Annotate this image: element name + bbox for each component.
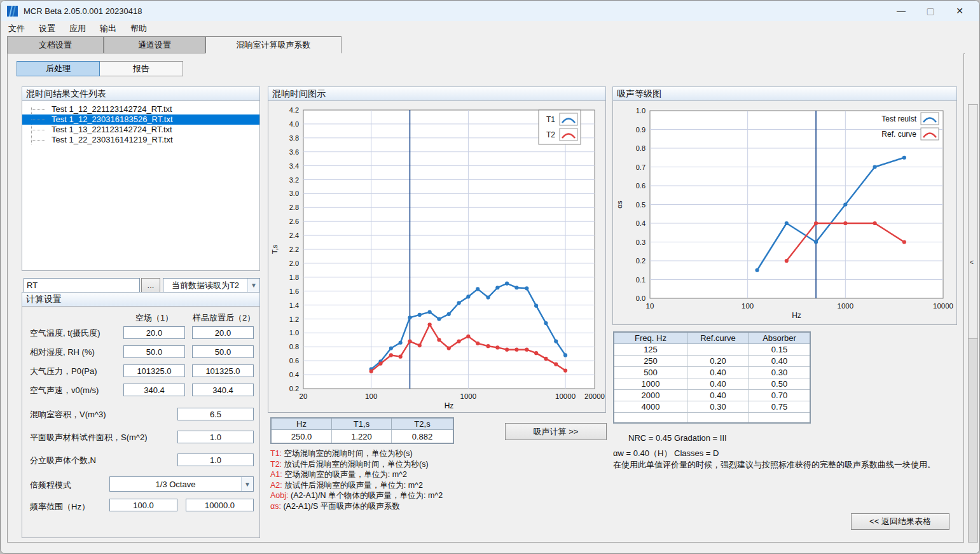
svg-text:T1: T1 bbox=[546, 115, 555, 124]
grade-table: Freq. HzRef.curveAbsorber1250.152500.200… bbox=[613, 331, 811, 424]
rt-chart-frame: 0.20.40.60.81.01.21.41.61.82.02.22.42.62… bbox=[268, 100, 606, 413]
list-item[interactable]: Test 1_13_221123142724_RT.txt bbox=[22, 125, 259, 135]
svg-text:1.4: 1.4 bbox=[289, 301, 299, 309]
menu-item-4[interactable]: 帮助 bbox=[124, 22, 153, 36]
svg-text:10: 10 bbox=[646, 302, 654, 310]
svg-text:0.4: 0.4 bbox=[636, 219, 645, 227]
table-header: Freq. Hz bbox=[614, 332, 687, 344]
menu-item-0[interactable]: 文件 bbox=[2, 22, 31, 36]
svg-text:1.2: 1.2 bbox=[289, 315, 299, 323]
field-label: 分立吸声体个数,N bbox=[30, 455, 96, 466]
note-line: A2: 放试件后混响室的吸声量，单位为: m^2 bbox=[270, 480, 480, 491]
maximize-button[interactable]: ▢ bbox=[916, 1, 945, 20]
menu-item-1[interactable]: 设置 bbox=[32, 22, 62, 36]
field-label: 相对湿度, RH (%) bbox=[30, 347, 95, 358]
svg-text:1.0: 1.0 bbox=[636, 107, 645, 114]
close-button[interactable]: ✕ bbox=[945, 1, 974, 20]
octave-combo[interactable]: 1/3 Octave ▼ bbox=[109, 476, 254, 492]
field-label: 混响室容积，V(m^3) bbox=[30, 409, 106, 420]
tab-report[interactable]: 报告 bbox=[100, 61, 183, 76]
svg-text:0.5: 0.5 bbox=[636, 201, 645, 209]
collapse-strip[interactable]: < bbox=[968, 104, 978, 543]
absorption-calc-button[interactable]: 吸声计算 >> bbox=[505, 423, 607, 440]
svg-text:1000: 1000 bbox=[460, 392, 477, 400]
table-header: Absorber bbox=[749, 332, 811, 344]
svg-text:0.9: 0.9 bbox=[636, 126, 645, 134]
column-header-with-sample: 样品放置后（2） bbox=[192, 312, 256, 324]
legend-notes: T1: 空场混响室的混响时间，单位为秒(s)T2: 放试件后混响室的混响时间，单… bbox=[270, 448, 480, 511]
collapse-left-icon: < bbox=[970, 259, 974, 266]
table-header: T1,s bbox=[332, 418, 392, 430]
rt-name-input[interactable] bbox=[24, 278, 140, 293]
field-input-1[interactable] bbox=[123, 364, 185, 377]
svg-text:0.2: 0.2 bbox=[636, 257, 645, 265]
minimize-button[interactable]: — bbox=[887, 1, 916, 20]
field-input[interactable] bbox=[177, 454, 254, 466]
svg-text:20000: 20000 bbox=[584, 392, 605, 400]
rt-value-table: HzT1,sT2,s250.01.2200.882 bbox=[270, 417, 454, 444]
table-row: 20000.400.70 bbox=[614, 390, 810, 401]
grade-chart-header: 吸声等级图 bbox=[612, 87, 957, 101]
field-label: 空气温度, t(摄氏度) bbox=[30, 328, 100, 339]
main-tab-0[interactable]: 文档设置 bbox=[7, 36, 104, 53]
field-input-2[interactable] bbox=[192, 384, 254, 396]
back-to-results-button[interactable]: << 返回结果表格 bbox=[851, 513, 949, 530]
note-line: T2: 放试件后混响室的混响时间，单位为秒(s) bbox=[270, 459, 480, 470]
table-row: 40000.300.75 bbox=[614, 401, 810, 413]
rt-chart[interactable]: 0.20.40.60.81.01.21.41.61.82.02.22.42.62… bbox=[269, 102, 605, 412]
note-line: T1: 空场混响室的混响时间，单位为秒(s) bbox=[270, 448, 480, 459]
field-input[interactable] bbox=[177, 408, 254, 420]
nrc-text: NRC = 0.45 Gradation = III bbox=[628, 433, 727, 443]
app-window: MCR Beta 2.05.0.001 20230418 — ▢ ✕ 文件设置应… bbox=[0, 0, 980, 554]
field-input-1[interactable] bbox=[123, 345, 185, 358]
main-tab-2[interactable]: 混响室计算吸声系数 bbox=[205, 36, 342, 53]
grade-chart[interactable]: 0.00.10.20.30.40.50.60.70.80.91.01010010… bbox=[614, 102, 956, 324]
svg-text:10000: 10000 bbox=[933, 302, 953, 310]
field-input-2[interactable] bbox=[192, 326, 254, 339]
svg-text:0.2: 0.2 bbox=[289, 385, 299, 392]
svg-text:1.8: 1.8 bbox=[289, 274, 299, 281]
tab-postprocess[interactable]: 后处理 bbox=[17, 61, 100, 76]
field-label: 平面吸声材料试件面积，S(m^2) bbox=[30, 432, 148, 443]
freq-min-input[interactable] bbox=[109, 499, 177, 511]
table-row: 1250.15 bbox=[614, 344, 810, 356]
app-icon bbox=[7, 6, 18, 17]
main-tab-1[interactable]: 通道设置 bbox=[104, 36, 205, 53]
calc-settings-body: 空场（1） 样品放置后（2） 空气温度, t(摄氏度)相对湿度, RH (%)大… bbox=[22, 306, 260, 538]
rt-chart-header: 混响时间图示 bbox=[268, 87, 606, 101]
svg-text:4.0: 4.0 bbox=[289, 120, 299, 128]
file-list-header: 混时间结果文件列表 bbox=[22, 87, 260, 101]
column-header-empty-room: 空场（1） bbox=[123, 312, 185, 324]
svg-text:10000: 10000 bbox=[555, 392, 576, 400]
field-input-2[interactable] bbox=[192, 345, 254, 358]
field-input-2[interactable] bbox=[192, 364, 254, 377]
svg-text:2.0: 2.0 bbox=[289, 260, 299, 267]
table-row: 250.01.2200.882 bbox=[271, 430, 453, 444]
field-input-1[interactable] bbox=[123, 384, 185, 396]
data-read-combo[interactable]: 当前数据读取为T2 ▼ bbox=[163, 278, 260, 293]
table-row: 2500.200.40 bbox=[614, 356, 810, 367]
freq-range-label: 频率范围（Hz） bbox=[30, 501, 90, 513]
svg-text:0.4: 0.4 bbox=[289, 371, 299, 378]
list-item[interactable]: Test 1_12_230316183526_RT.txt bbox=[22, 114, 259, 125]
table-header: Hz bbox=[271, 418, 332, 430]
svg-text:T2: T2 bbox=[546, 130, 555, 139]
aw-text: αw = 0.40（H） Classes = D bbox=[613, 448, 719, 459]
svg-text:0.8: 0.8 bbox=[289, 343, 299, 350]
field-input[interactable] bbox=[177, 431, 254, 443]
file-list[interactable]: Test 1_12_221123142724_RT.txtTest 1_12_2… bbox=[22, 100, 260, 271]
list-item[interactable]: Test 1_12_221123142724_RT.txt bbox=[22, 104, 259, 114]
table-header: T2,s bbox=[392, 418, 454, 430]
menu-item-2[interactable]: 应用 bbox=[63, 22, 92, 36]
chevron-down-icon: ▼ bbox=[247, 279, 259, 292]
grade-chart-frame: 0.00.10.20.30.40.50.60.70.80.91.01010010… bbox=[612, 100, 957, 325]
freq-max-input[interactable] bbox=[186, 499, 254, 511]
svg-text:0.6: 0.6 bbox=[636, 182, 645, 190]
list-item[interactable]: Test 1_22_230316141219_RT.txt bbox=[22, 135, 259, 145]
browse-button[interactable]: ... bbox=[141, 278, 160, 293]
field-input-1[interactable] bbox=[123, 326, 185, 339]
calc-settings-header: 计算设置 bbox=[22, 292, 260, 307]
menu-item-3[interactable]: 输出 bbox=[93, 22, 123, 36]
screen: MCR Beta 2.05.0.001 20230418 — ▢ ✕ 文件设置应… bbox=[0, 0, 980, 554]
note-line: A1: 空场混响室的吸声量，单位为: m^2 bbox=[270, 469, 480, 480]
